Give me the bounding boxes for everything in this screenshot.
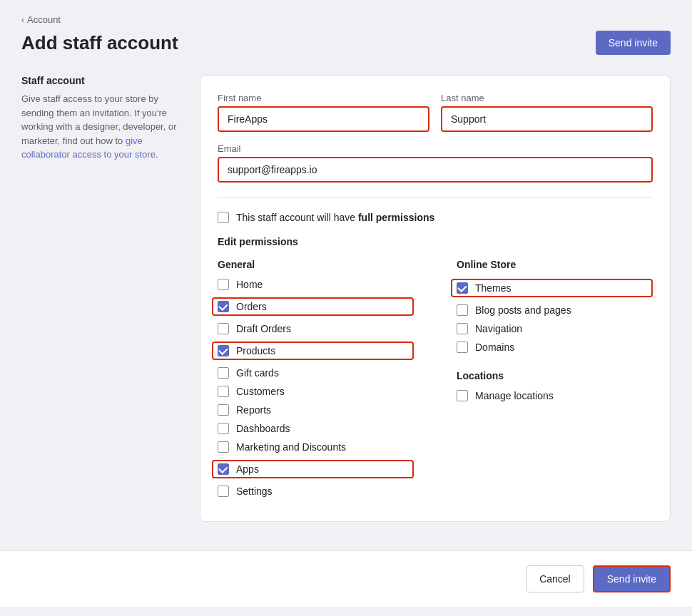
sidebar-description: Give staff access to your store by sendi… — [21, 92, 178, 162]
general-column: General Home Orders Draft Orders — [218, 259, 414, 504]
perm-item-manage-locations: Manage locations — [457, 390, 653, 401]
first-name-input[interactable] — [218, 106, 429, 132]
last-name-label: Last name — [441, 93, 653, 103]
perm-item-themes: Themes — [451, 279, 653, 297]
main-card: First name Last name Email This staff ac… — [200, 75, 671, 522]
permissions-grid: General Home Orders Draft Orders — [218, 259, 653, 504]
breadcrumb: ‹ Account — [21, 14, 671, 25]
perm-checkbox-apps[interactable] — [218, 463, 229, 475]
perm-item-gift-cards: Gift cards — [218, 367, 414, 379]
name-fields-row: First name Last name — [218, 93, 653, 132]
breadcrumb-link[interactable]: Account — [27, 14, 61, 25]
full-permissions-label: This staff account will have full permis… — [236, 212, 434, 223]
perm-item-orders: Orders — [212, 297, 414, 316]
perm-checkbox-dashboards[interactable] — [218, 423, 229, 434]
page-title: Add staff account — [21, 32, 178, 54]
perm-checkbox-customers[interactable] — [218, 386, 229, 397]
perm-label-settings[interactable]: Settings — [236, 486, 273, 497]
perm-item-home: Home — [218, 279, 414, 290]
perm-checkbox-navigation[interactable] — [457, 323, 468, 334]
perm-checkbox-themes[interactable] — [457, 282, 468, 294]
perm-label-home[interactable]: Home — [236, 279, 263, 290]
perm-item-blog-posts: Blog posts and pages — [457, 304, 653, 316]
last-name-group: Last name — [441, 93, 653, 132]
send-invite-button-footer[interactable]: Send invite — [593, 565, 671, 592]
online-store-column-title: Online Store — [457, 259, 653, 270]
online-store-column: Online Store Themes Blog posts and pages — [457, 259, 653, 504]
perm-label-themes[interactable]: Themes — [475, 282, 512, 294]
perm-item-settings: Settings — [218, 486, 414, 497]
perm-item-dashboards: Dashboards — [218, 423, 414, 434]
perm-checkbox-home[interactable] — [218, 279, 229, 290]
page-header: Add staff account Send invite — [21, 31, 671, 55]
perm-checkbox-orders[interactable] — [218, 301, 229, 312]
email-input[interactable] — [218, 157, 653, 183]
send-invite-button-top[interactable]: Send invite — [596, 31, 671, 55]
full-permissions-row: This staff account will have full permis… — [218, 212, 653, 223]
first-name-label: First name — [218, 93, 429, 103]
perm-checkbox-manage-locations[interactable] — [457, 390, 468, 401]
perm-item-domains: Domains — [457, 342, 653, 353]
email-group: Email — [218, 143, 653, 183]
perm-label-orders[interactable]: Orders — [236, 301, 267, 312]
perm-label-reports[interactable]: Reports — [236, 404, 271, 416]
perm-item-customers: Customers — [218, 386, 414, 397]
sidebar: Staff account Give staff access to your … — [21, 75, 178, 522]
sidebar-desc-period: . — [156, 149, 158, 160]
perm-item-draft-orders: Draft Orders — [218, 323, 414, 334]
last-name-input[interactable] — [441, 106, 653, 132]
perm-item-reports: Reports — [218, 404, 414, 416]
edit-permissions-title: Edit permissions — [218, 236, 653, 247]
first-name-group: First name — [218, 93, 429, 132]
perm-label-products[interactable]: Products — [236, 345, 275, 356]
perm-label-dashboards[interactable]: Dashboards — [236, 423, 290, 434]
perm-item-navigation: Navigation — [457, 323, 653, 334]
perm-checkbox-gift-cards[interactable] — [218, 367, 229, 379]
perm-label-draft-orders[interactable]: Draft Orders — [236, 323, 291, 334]
locations-column-title: Locations — [457, 370, 653, 381]
perm-item-marketing: Marketing and Discounts — [218, 441, 414, 453]
perm-label-marketing[interactable]: Marketing and Discounts — [236, 441, 346, 453]
perm-label-navigation[interactable]: Navigation — [475, 323, 522, 334]
general-column-title: General — [218, 259, 414, 270]
divider — [218, 197, 653, 197]
footer-bar: Cancel Send invite — [0, 550, 692, 607]
perm-checkbox-blog-posts[interactable] — [457, 304, 468, 316]
sidebar-title: Staff account — [21, 75, 178, 86]
perm-checkbox-products[interactable] — [218, 345, 229, 356]
email-label: Email — [218, 143, 653, 154]
perm-checkbox-marketing[interactable] — [218, 441, 229, 453]
perm-checkbox-settings[interactable] — [218, 486, 229, 497]
perm-label-apps[interactable]: Apps — [236, 463, 259, 475]
perm-label-gift-cards[interactable]: Gift cards — [236, 367, 279, 379]
content-layout: Staff account Give staff access to your … — [21, 75, 671, 522]
full-permissions-checkbox[interactable] — [218, 212, 229, 223]
perm-label-manage-locations[interactable]: Manage locations — [475, 390, 554, 401]
breadcrumb-chevron-icon: ‹ — [21, 15, 24, 25]
perm-item-products: Products — [212, 342, 414, 360]
sidebar-desc-text1: Give staff access to your store by sendi… — [21, 93, 177, 146]
perm-checkbox-domains[interactable] — [457, 342, 468, 353]
perm-checkbox-draft-orders[interactable] — [218, 323, 229, 334]
perm-label-customers[interactable]: Customers — [236, 386, 285, 397]
perm-label-blog-posts[interactable]: Blog posts and pages — [475, 304, 571, 316]
perm-label-domains[interactable]: Domains — [475, 342, 514, 353]
perm-checkbox-reports[interactable] — [218, 404, 229, 416]
cancel-button[interactable]: Cancel — [526, 565, 584, 592]
perm-item-apps: Apps — [212, 460, 414, 478]
